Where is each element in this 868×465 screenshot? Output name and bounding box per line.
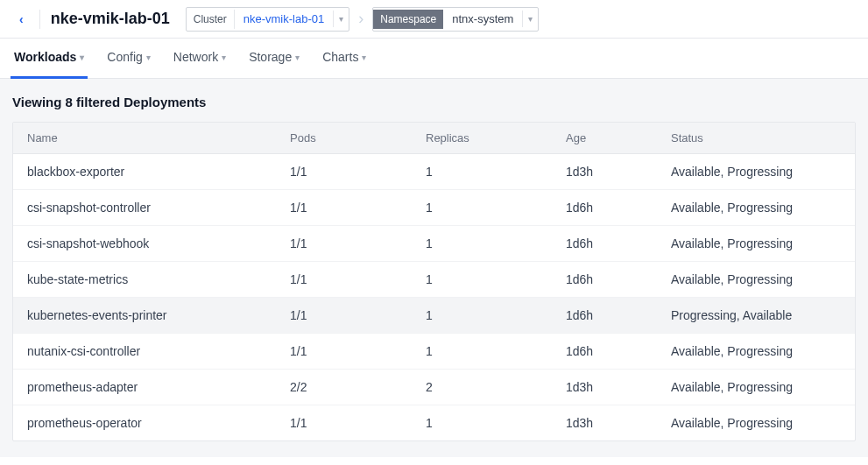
back-button[interactable]: ‹	[14, 9, 29, 30]
cell-replicas: 1	[412, 298, 552, 333]
tab-label: Storage	[249, 50, 292, 64]
cell-replicas: 1	[412, 226, 552, 261]
table-row[interactable]: csi-snapshot-controller1/111d6hAvailable…	[13, 189, 855, 225]
chevron-down-icon: ▾	[146, 53, 151, 62]
cell-age: 1d6h	[552, 298, 657, 333]
cell-age: 1d6h	[552, 190, 657, 225]
cell-status: Available, Progressing	[657, 370, 855, 405]
cell-status: Available, Progressing	[657, 262, 855, 297]
col-replicas[interactable]: Replicas	[412, 123, 552, 153]
col-pods[interactable]: Pods	[276, 123, 412, 153]
separator	[39, 10, 40, 29]
chevron-down-icon: ▾	[362, 53, 366, 62]
content-area: Viewing 8 filtered Deployments Name Pods…	[0, 79, 868, 457]
table-row[interactable]: prometheus-operator1/111d3hAvailable, Pr…	[13, 405, 855, 440]
deployments-table: Name Pods Replicas Age Status blackbox-e…	[12, 122, 856, 441]
cell-pods: 1/1	[276, 226, 412, 261]
subnav: Workloads ▾ Config ▾ Network ▾ Storage ▾…	[0, 39, 868, 79]
table-row[interactable]: kubernetes-events-printer1/111d6hProgres…	[13, 297, 855, 333]
cell-age: 1d3h	[552, 370, 657, 405]
cell-replicas: 1	[412, 262, 552, 297]
col-status[interactable]: Status	[657, 123, 855, 153]
table-row[interactable]: csi-snapshot-webhook1/111d6hAvailable, P…	[13, 225, 855, 261]
cell-pods: 2/2	[276, 370, 412, 405]
cell-replicas: 1	[412, 334, 552, 369]
cell-replicas: 1	[412, 154, 552, 189]
tab-config[interactable]: Config ▾	[103, 39, 153, 79]
cell-name: prometheus-operator	[13, 405, 276, 440]
tab-label: Charts	[322, 50, 358, 64]
cluster-breadcrumb[interactable]: Cluster nke-vmik-lab-01 ▾	[186, 7, 350, 32]
tab-label: Config	[107, 50, 142, 64]
cell-name: nutanix-csi-controller	[13, 334, 276, 369]
cluster-tag: Cluster	[187, 10, 235, 29]
cell-status: Available, Progressing	[657, 226, 855, 261]
tab-charts[interactable]: Charts ▾	[319, 39, 370, 79]
table-row[interactable]: prometheus-adapter2/221d3hAvailable, Pro…	[13, 369, 855, 405]
col-age[interactable]: Age	[552, 123, 657, 153]
topbar: ‹ nke-vmik-lab-01 Cluster nke-vmik-lab-0…	[0, 0, 868, 39]
breadcrumb-arrow-icon: ›	[358, 10, 363, 28]
cell-age: 1d3h	[552, 154, 657, 189]
col-name[interactable]: Name	[13, 123, 276, 153]
viewing-summary: Viewing 8 filtered Deployments	[12, 95, 856, 109]
cell-replicas: 1	[412, 405, 552, 440]
cell-name: blackbox-exporter	[13, 154, 276, 189]
cell-name: csi-snapshot-webhook	[13, 226, 276, 261]
cell-pods: 1/1	[276, 190, 412, 225]
cell-pods: 1/1	[276, 262, 412, 297]
chevron-down-icon[interactable]: ▾	[522, 11, 538, 27]
table-row[interactable]: kube-state-metrics1/111d6hAvailable, Pro…	[13, 261, 855, 297]
cell-status: Progressing, Available	[657, 298, 855, 333]
cell-age: 1d6h	[552, 262, 657, 297]
table-header: Name Pods Replicas Age Status	[13, 123, 855, 154]
cell-status: Available, Progressing	[657, 334, 855, 369]
cell-pods: 1/1	[276, 334, 412, 369]
tab-label: Network	[173, 50, 218, 64]
tab-storage[interactable]: Storage ▾	[245, 39, 303, 79]
chevron-down-icon[interactable]: ▾	[333, 11, 349, 27]
cell-status: Available, Progressing	[657, 405, 855, 440]
tab-workloads[interactable]: Workloads ▾	[11, 39, 88, 79]
cell-replicas: 2	[412, 370, 552, 405]
cell-pods: 1/1	[276, 154, 412, 189]
table-body: blackbox-exporter1/111d3hAvailable, Prog…	[13, 154, 855, 440]
cell-status: Available, Progressing	[657, 154, 855, 189]
cell-pods: 1/1	[276, 405, 412, 440]
table-row[interactable]: nutanix-csi-controller1/111d6hAvailable,…	[13, 333, 855, 369]
tab-network[interactable]: Network ▾	[170, 39, 229, 79]
table-row[interactable]: blackbox-exporter1/111d3hAvailable, Prog…	[13, 154, 855, 189]
cell-replicas: 1	[412, 190, 552, 225]
cell-age: 1d6h	[552, 334, 657, 369]
cell-age: 1d6h	[552, 226, 657, 261]
tab-label: Workloads	[14, 50, 76, 64]
cell-name: csi-snapshot-controller	[13, 190, 276, 225]
cell-name: kubernetes-events-printer	[13, 298, 276, 333]
chevron-down-icon: ▾	[80, 53, 84, 62]
cell-age: 1d3h	[552, 405, 657, 440]
page-title: nke-vmik-lab-01	[51, 10, 170, 28]
cluster-value[interactable]: nke-vmik-lab-01	[235, 9, 333, 29]
cell-name: kube-state-metrics	[13, 262, 276, 297]
cell-pods: 1/1	[276, 298, 412, 333]
chevron-down-icon: ▾	[222, 53, 226, 62]
namespace-value[interactable]: ntnx-system	[443, 9, 522, 29]
namespace-tag: Namespace	[373, 10, 443, 29]
cell-status: Available, Progressing	[657, 190, 855, 225]
chevron-down-icon: ▾	[295, 53, 300, 62]
cell-name: prometheus-adapter	[13, 370, 276, 405]
namespace-breadcrumb[interactable]: Namespace ntnx-system ▾	[372, 7, 539, 32]
